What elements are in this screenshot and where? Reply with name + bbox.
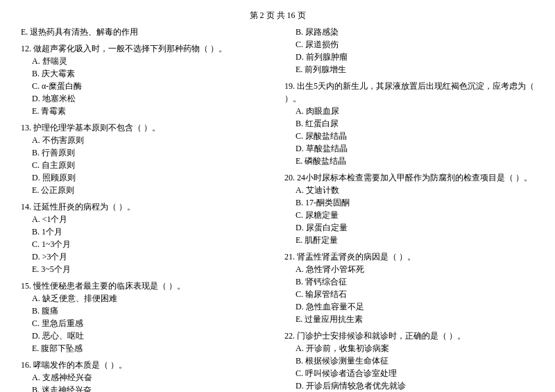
option: A. 艾迪计数: [284, 184, 534, 196]
question-title: 13. 护理伦理学基本原则不包含（ ）。: [21, 121, 271, 134]
option: D. >3个月: [21, 250, 271, 263]
question-q13: 13. 护理伦理学基本原则不包含（ ）。A. 不伤害原则B. 行善原则C. 自主…: [21, 121, 271, 196]
right-column: B. 尿路感染C. 尿道损伤D. 前列腺肿瘤E. 前列腺增生19. 出生5天内的…: [284, 26, 534, 392]
option: B. 行善原则: [21, 146, 271, 159]
option: E. 3~5个月: [21, 263, 271, 275]
option: D. 地塞米松: [21, 92, 271, 105]
option: A. 开诊前，收集初诊病案: [284, 342, 534, 355]
option: B. 迷走神经兴奋: [21, 384, 271, 392]
option: A. 急性肾小管坏死: [284, 263, 534, 275]
option: A. 支感神经兴奋: [21, 371, 271, 384]
option: C. 自主原则: [21, 159, 271, 171]
question-title: 20. 24小时尿标本检查需要加入甲醛作为防腐剂的检查项目是（ ）。: [284, 171, 534, 184]
option: D. 草酸盐结晶: [284, 142, 534, 155]
question-q22: 22. 门诊护士安排候诊和就诊时，正确的是（ ）。A. 开诊前，收集初诊病案B.…: [284, 330, 534, 392]
option: C. 尿道损伤: [284, 38, 534, 51]
option: C. 输尿管结石: [284, 288, 534, 300]
content-columns: E. 退热药具有清热、解毒的作用12. 做超声雾化吸入时，一般不选择下列那种药物…: [21, 26, 534, 392]
question-q_e_heat: E. 退热药具有清热、解毒的作用: [21, 26, 271, 38]
option: B. 17-酮类固酮: [284, 196, 534, 209]
question-title: 15. 慢性便秘患者最主要的临床表现是（ ）。: [21, 280, 271, 292]
question-q15: 15. 慢性便秘患者最主要的临床表现是（ ）。A. 缺乏便意、排便困难B. 腹痛…: [21, 280, 271, 355]
question-q18_continued: B. 尿路感染C. 尿道损伤D. 前列腺肿瘤E. 前列腺增生: [284, 26, 534, 76]
question-title: 22. 门诊护士安排候诊和就诊时，正确的是（ ）。: [284, 330, 534, 342]
option: D. 照顾原则: [21, 171, 271, 184]
option: A. 舒喘灵: [21, 55, 271, 67]
option: D. 前列腺肿瘤: [284, 51, 534, 63]
option: E. 过量应用抗生素: [284, 313, 534, 325]
question-q19: 19. 出生5天内的新生儿，其尿液放置后出现红褐色沉淀，应考虑为（ ）。A. 肉…: [284, 80, 534, 167]
option: B. 尿路感染: [284, 26, 534, 38]
page-footer: 第 2 页 共 16 页: [21, 10, 534, 22]
question-q12: 12. 做超声雾化吸入时，一般不选择下列那种药物（ ）。A. 舒喘灵B. 庆大霉…: [21, 42, 271, 117]
question-q21: 21. 肾盂性肾盂肾炎的病因是（ ）。A. 急性肾小管坏死B. 肾钙综合征C. …: [284, 250, 534, 325]
question-title: 16. 哮喘发作的本质是（ ）。: [21, 359, 271, 371]
option: C. 1~3个月: [21, 238, 271, 250]
option: B. 庆大霉素: [21, 67, 271, 80]
question-q14: 14. 迁延性肝炎的病程为（ ）。A. <1个月B. 1个月C. 1~3个月D.…: [21, 201, 271, 275]
page: 第 2 页 共 16 页 E. 退热药具有清热、解毒的作用12. 做超声雾化吸入…: [21, 7, 534, 392]
option: D. 尿蛋白定量: [284, 221, 534, 234]
option: C. 尿酸盐结晶: [284, 130, 534, 142]
option: A. 肉眼血尿: [284, 105, 534, 117]
option: E. 肌酐定量: [284, 234, 534, 246]
option: E. 公正原则: [21, 184, 271, 196]
question-q16: 16. 哮喘发作的本质是（ ）。A. 支感神经兴奋B. 迷走神经兴奋C. 气道反…: [21, 359, 271, 392]
option: C. 里急后重感: [21, 317, 271, 330]
question-title: 12. 做超声雾化吸入时，一般不选择下列那种药物（ ）。: [21, 42, 271, 55]
option: A. <1个月: [21, 213, 271, 225]
left-column: E. 退热药具有清热、解毒的作用12. 做超声雾化吸入时，一般不选择下列那种药物…: [21, 26, 271, 392]
option: A. 缺乏便意、排便困难: [21, 292, 271, 305]
option: D. 开诊后病情较急者优先就诊: [284, 380, 534, 392]
option: A. 不伤害原则: [21, 134, 271, 146]
option: E. 青霉素: [21, 105, 271, 117]
option: B. 根据候诊测量生命体征: [284, 355, 534, 367]
option: E. 前列腺增生: [284, 63, 534, 76]
option: E. 磷酸盐结晶: [284, 155, 534, 167]
option: B. 红蛋白尿: [284, 117, 534, 130]
question-title: 21. 肾盂性肾盂肾炎的病因是（ ）。: [284, 250, 534, 263]
option: B. 腹痛: [21, 305, 271, 317]
option: C. 尿糖定量: [284, 209, 534, 221]
option: B. 肾钙综合征: [284, 275, 534, 288]
question-q20: 20. 24小时尿标本检查需要加入甲醛作为防腐剂的检查项目是（ ）。A. 艾迪计…: [284, 171, 534, 246]
question-title: 14. 迁延性肝炎的病程为（ ）。: [21, 201, 271, 213]
option: E. 腹部下坠感: [21, 342, 271, 355]
option: C. α-糜蛋白酶: [21, 80, 271, 92]
option: D. 恶心、呕吐: [21, 330, 271, 342]
option: D. 急性血容量不足: [284, 300, 534, 313]
question-title: 19. 出生5天内的新生儿，其尿液放置后出现红褐色沉淀，应考虑为（ ）。: [284, 80, 534, 105]
option: B. 1个月: [21, 225, 271, 238]
option: C. 呼叫候诊者适合诊室处理: [284, 367, 534, 380]
question-title: E. 退热药具有清热、解毒的作用: [21, 26, 271, 38]
